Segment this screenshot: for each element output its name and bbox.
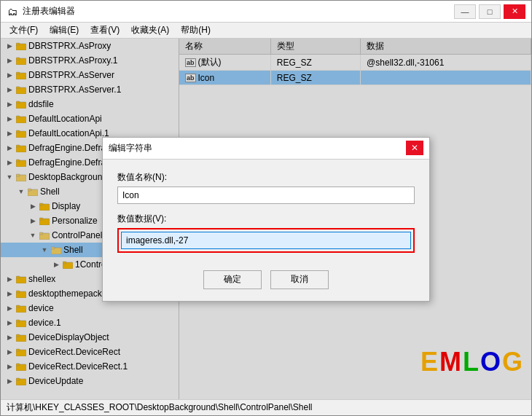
name-label: 数值名称(N):	[117, 171, 415, 184]
menu-item-v[interactable]: 查看(V)	[85, 23, 125, 38]
value-field-group: 数值数据(V):	[117, 213, 415, 253]
value-field-wrapper	[117, 228, 415, 253]
title-bar-text: 注册表编辑器	[23, 5, 454, 17]
dialog-title-text: 编辑字符串	[109, 142, 406, 154]
menu-item-a[interactable]: 收藏夹(A)	[125, 23, 175, 38]
dialog-overlay: 编辑字符串 ✕ 数值名称(N): 数值数据(V):	[1, 39, 531, 399]
cancel-button[interactable]: 取消	[270, 270, 329, 289]
dialog-body: 数值名称(N): 数值数据(V):	[103, 160, 429, 264]
name-field-group: 数值名称(N):	[117, 171, 415, 204]
title-bar-icon: 🗂	[7, 6, 18, 17]
dialog-buttons: 确定 取消	[103, 264, 429, 301]
dialog-title-bar: 编辑字符串 ✕	[103, 138, 429, 160]
maximize-button[interactable]: □	[479, 4, 501, 19]
status-path: 计算机\HKEY_CLASSES_ROOT\DesktopBackground\…	[7, 401, 313, 414]
edit-string-dialog: 编辑字符串 ✕ 数值名称(N): 数值数据(V):	[102, 137, 430, 302]
menu-item-h[interactable]: 帮助(H)	[175, 23, 216, 38]
registry-editor-window: 🗂 注册表编辑器 — □ ✕ 文件(F)编辑(E)查看(V)收藏夹(A)帮助(H…	[0, 0, 532, 416]
menu-item-e[interactable]: 编辑(E)	[44, 23, 85, 38]
value-input[interactable]	[121, 232, 411, 249]
confirm-button[interactable]: 确定	[203, 270, 262, 289]
dialog-close-button[interactable]: ✕	[406, 141, 423, 155]
menu-item-f[interactable]: 文件(F)	[4, 23, 44, 38]
value-label: 数值数据(V):	[117, 213, 415, 225]
content-area: ▶ DBRSTPRX.AsProxy▶ DBRSTPRX.AsProxy.1▶ …	[1, 39, 531, 399]
minimize-button[interactable]: —	[454, 4, 476, 19]
title-bar: 🗂 注册表编辑器 — □ ✕	[1, 1, 531, 23]
title-bar-buttons: — □ ✕	[454, 4, 525, 19]
close-window-button[interactable]: ✕	[504, 4, 525, 19]
name-input[interactable]	[117, 187, 415, 204]
status-bar: 计算机\HKEY_CLASSES_ROOT\DesktopBackground\…	[1, 399, 531, 415]
menu-bar: 文件(F)编辑(E)查看(V)收藏夹(A)帮助(H)	[1, 23, 531, 39]
